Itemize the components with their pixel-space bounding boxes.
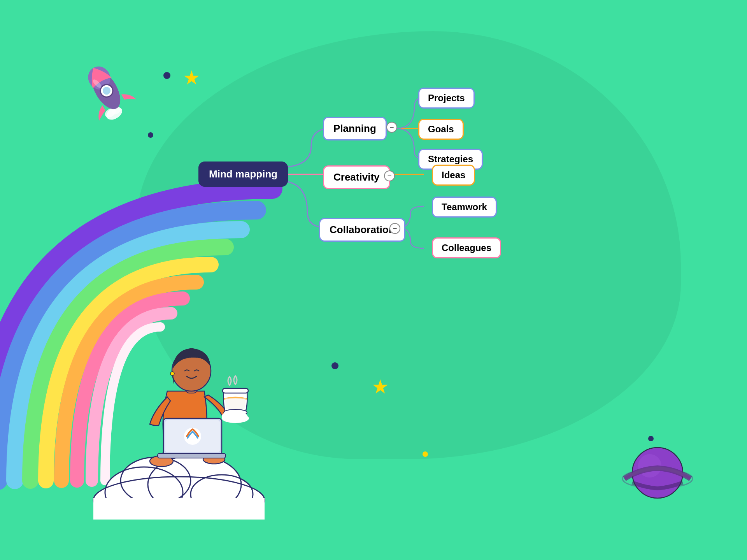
dot-2 — [148, 132, 153, 138]
mindmap-ideas-node[interactable]: Ideas — [432, 165, 475, 186]
rocket-decoration — [65, 49, 150, 134]
dot-3 — [331, 362, 338, 369]
planning-collapse-btn[interactable]: − — [386, 122, 397, 133]
svg-point-28 — [170, 372, 174, 376]
mindmap-creativity-node[interactable]: Creativity — [323, 165, 390, 189]
planet-decoration — [619, 434, 696, 513]
mindmap-container: Mind mapping Planning − Creativity − Col… — [191, 51, 521, 301]
collaboration-collapse-btn[interactable]: − — [389, 223, 400, 234]
mindmap-colleagues-node[interactable]: Colleagues — [432, 237, 501, 258]
svg-rect-25 — [158, 453, 226, 458]
mindmap-goals-node[interactable]: Goals — [418, 119, 464, 140]
mindmap-planning-node[interactable]: Planning — [323, 117, 387, 140]
svg-rect-29 — [223, 388, 248, 393]
mindmap-projects-node[interactable]: Projects — [418, 88, 475, 109]
coffee-decoration — [218, 374, 253, 426]
svg-rect-18 — [93, 498, 265, 520]
dot-4 — [423, 451, 428, 457]
star-decoration-2: ★ — [372, 377, 389, 397]
svg-point-33 — [233, 413, 247, 420]
dot-1 — [163, 72, 170, 79]
mindmap-center-node[interactable]: Mind mapping — [198, 162, 288, 187]
mindmap-teamwork-node[interactable]: Teamwork — [432, 197, 497, 218]
creativity-collapse-btn[interactable]: − — [384, 170, 395, 181]
